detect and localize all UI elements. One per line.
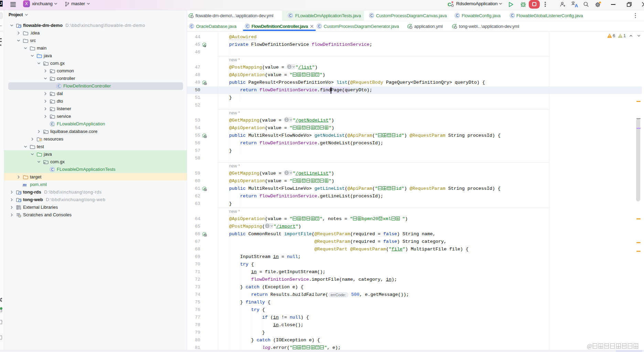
svg-text:C: C [190, 24, 193, 28]
svg-text:C: C [51, 167, 54, 172]
svg-text:C: C [456, 13, 459, 18]
svg-text:C: C [57, 84, 60, 88]
svg-text:C: C [511, 13, 514, 18]
svg-text:C: C [289, 13, 292, 18]
svg-text:A: A [575, 3, 578, 8]
svg-text:m: m [23, 182, 26, 187]
svg-text:C: C [246, 24, 249, 28]
svg-text:C: C [448, 1, 451, 7]
svg-text:C: C [370, 13, 373, 18]
svg-text:C: C [318, 24, 321, 28]
